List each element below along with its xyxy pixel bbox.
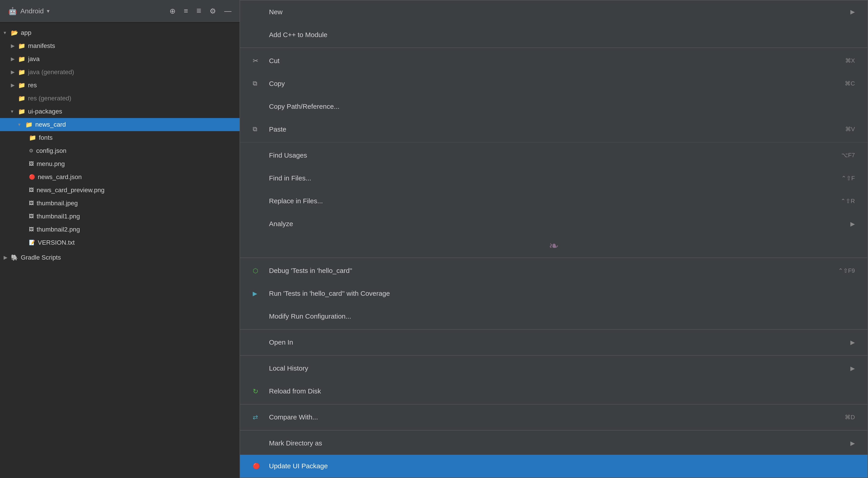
add-icon[interactable]: ⊕	[169, 7, 176, 16]
file-icon: 🖼	[29, 187, 34, 193]
shortcut-label: ⌘X	[845, 57, 855, 64]
expand-arrow: ▶	[4, 255, 11, 261]
submenu-arrow: ▶	[850, 8, 855, 16]
menu-item-label: Local History	[269, 364, 846, 372]
tree-row[interactable]: 🔴 news_card.json	[0, 171, 240, 184]
reload-icon: ↻	[253, 387, 265, 395]
file-name: config.json	[36, 147, 66, 154]
file-name: news_card_preview.png	[37, 186, 104, 194]
tree-row[interactable]: 📝 VERSION.txt	[0, 236, 240, 249]
file-name: news_card	[35, 121, 66, 128]
menu-item-label: Reload from Disk	[269, 387, 855, 395]
debug-icon: ⬡	[253, 267, 265, 274]
file-icon: 🖼	[29, 161, 34, 167]
tree-row[interactable]: 🖼 thumbnail1.png	[0, 210, 240, 223]
menu-item-copy[interactable]: ⧉ Copy ⌘C	[240, 72, 868, 95]
menu-item-debug[interactable]: ⬡ Debug 'Tests in 'hello_card'' ⌃⇧F9	[240, 259, 868, 282]
expand-arrow: ▶	[11, 43, 18, 49]
tree-row[interactable]: ▶ 📁 manifests	[0, 39, 240, 53]
folder-icon: 📁	[18, 95, 25, 102]
menu-item-find-usages[interactable]: Find Usages ⌥F7	[240, 144, 868, 167]
menu-item-new[interactable]: New ▶	[240, 0, 868, 23]
file-icon: ⚙	[29, 148, 33, 154]
tree-row[interactable]: ▾ 📂 app	[0, 26, 240, 39]
menu-item-modify-run[interactable]: Modify Run Configuration...	[240, 305, 868, 328]
menu-item-local-history[interactable]: Local History ▶	[240, 357, 868, 380]
tree-row[interactable]: ▶ 📁 java	[0, 53, 240, 66]
menu-item-update-ui-package[interactable]: 🔴 Update UI Package	[240, 455, 868, 478]
menu-item-label: Run 'Tests in 'hello_card'' with Coverag…	[269, 290, 855, 297]
gradle-icon: 🐘	[11, 254, 18, 261]
separator	[240, 430, 868, 430]
project-label[interactable]: 🤖 Android ▾	[8, 7, 50, 16]
sidebar: 🤖 Android ▾ ⊕ ≡ ≣ ⚙ — ▾ 📂 app ▶ 📁 manife…	[0, 0, 240, 478]
file-icon: 🔴	[29, 174, 35, 180]
menu-item-mark-directory[interactable]: Mark Directory as ▶	[240, 432, 868, 455]
file-name: ui-packages	[28, 108, 62, 115]
context-menu: New ▶ Add C++ to Module ✂ Cut ⌘X ⧉ Copy …	[240, 0, 868, 478]
tree-row[interactable]: 📁 fonts	[0, 131, 240, 144]
tree-row[interactable]: ▶ 📁 java (generated)	[0, 66, 240, 79]
update-icon: 🔴	[253, 462, 265, 470]
menu-item-cut[interactable]: ✂ Cut ⌘X	[240, 49, 868, 72]
tree-row[interactable]: 🖼 thumbnail.jpeg	[0, 197, 240, 210]
tree-row[interactable]: 🖼 menu.png	[0, 157, 240, 171]
shortcut-label: ⌥F7	[841, 152, 855, 159]
collapse-all-icon[interactable]: ≡	[184, 7, 188, 16]
file-name: menu.png	[37, 160, 65, 168]
menu-item-compare-with[interactable]: ⇄ Compare With... ⌘D	[240, 406, 868, 429]
tree-row[interactable]: 🖼 thumbnail2.png	[0, 223, 240, 236]
settings-icon[interactable]: ⚙	[210, 7, 216, 16]
expand-arrow: ▾	[4, 30, 11, 36]
file-name: java (generated)	[28, 68, 74, 76]
menu-item-open-in[interactable]: Open In ▶	[240, 331, 868, 354]
expand-arrow: ▾	[18, 122, 25, 127]
tree-row[interactable]: ▾ 📁 ui-packages	[0, 105, 240, 118]
folder-icon: 📂	[11, 29, 18, 36]
menu-item-label: Debug 'Tests in 'hello_card''	[269, 267, 838, 274]
menu-item-find-in-files[interactable]: Find in Files... ⌃⇧F	[240, 167, 868, 189]
dropdown-arrow-icon[interactable]: ▾	[47, 8, 50, 14]
tree-row-selected[interactable]: ▾ 📁 news_card	[0, 118, 240, 131]
folder-icon: 📁	[25, 121, 33, 128]
menu-item-analyze[interactable]: Analyze ▶	[240, 213, 868, 235]
file-name: res (generated)	[28, 95, 71, 102]
menu-item-label: Modify Run Configuration...	[269, 312, 855, 320]
separator	[240, 329, 868, 330]
menu-item-label: Compare With...	[269, 413, 845, 421]
menu-item-copy-path[interactable]: Copy Path/Reference...	[240, 95, 868, 118]
file-name: VERSION.txt	[38, 239, 74, 246]
submenu-arrow: ▶	[850, 365, 855, 372]
tree-row[interactable]: 🖼 news_card_preview.png	[0, 184, 240, 197]
file-name: fonts	[39, 134, 53, 141]
menu-item-reload-from-disk[interactable]: ↻ Reload from Disk	[240, 380, 868, 403]
menu-item-replace-in-files[interactable]: Replace in Files... ⌃⇧R	[240, 190, 868, 213]
menu-item-run-coverage[interactable]: ▶ Run 'Tests in 'hello_card'' with Cover…	[240, 282, 868, 305]
tree-row[interactable]: ⚙ config.json	[0, 144, 240, 157]
file-name: java	[28, 55, 39, 63]
file-name: Gradle Scripts	[21, 254, 61, 261]
tree-row[interactable]: 📁 res (generated)	[0, 92, 240, 105]
minimize-icon[interactable]: —	[224, 7, 231, 16]
submenu-arrow: ▶	[850, 440, 855, 447]
file-name: res	[28, 82, 37, 89]
loading-spinner: ❧	[240, 235, 868, 256]
expand-all-icon[interactable]: ≣	[196, 7, 202, 16]
folder-icon: 📁	[29, 134, 36, 141]
run-coverage-icon: ▶	[253, 290, 265, 297]
shortcut-label: ⌃⇧R	[841, 198, 855, 205]
file-name: manifests	[28, 42, 55, 50]
file-icon: 🖼	[29, 213, 34, 219]
file-name: news_card.json	[38, 173, 82, 181]
menu-item-label: Copy Path/Reference...	[269, 103, 855, 110]
menu-item-label: New	[269, 8, 846, 16]
folder-icon: 📁	[18, 42, 25, 50]
menu-item-paste[interactable]: ⧉ Paste ⌘V	[240, 118, 868, 141]
compare-icon: ⇄	[253, 414, 265, 421]
tree-row[interactable]: ▶ 🐘 Gradle Scripts	[0, 251, 240, 264]
menu-item-label: Add C++ to Module	[269, 31, 855, 39]
tree-row[interactable]: ▶ 📁 res	[0, 79, 240, 92]
menu-item-add-cpp[interactable]: Add C++ to Module	[240, 23, 868, 46]
separator	[240, 48, 868, 48]
menu-item-label: Paste	[269, 125, 845, 133]
